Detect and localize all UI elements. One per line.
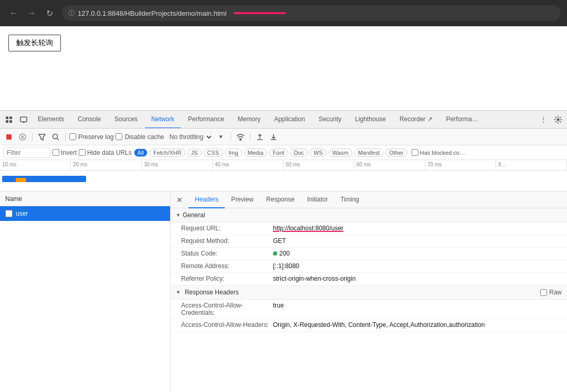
detail-val-status: 200 bbox=[273, 250, 562, 258]
blocked-input[interactable] bbox=[412, 149, 418, 156]
disable-cache-checkbox[interactable]: Disable cache bbox=[116, 133, 164, 141]
hide-data-urls-checkbox[interactable]: Hide data URLs bbox=[79, 149, 132, 156]
forward-button[interactable]: → bbox=[24, 6, 39, 20]
detail-row-allow-credentials: Access-Control-Allow-Credentials: true bbox=[171, 300, 567, 319]
tab-recorder[interactable]: Recorder ↗ bbox=[393, 111, 439, 129]
filter-tag-other[interactable]: Other bbox=[385, 149, 407, 157]
response-headers-section-header[interactable]: ▼ Response Headers Raw bbox=[171, 285, 567, 300]
tick-50ms: 50 ms bbox=[284, 160, 354, 170]
detail-tab-headers[interactable]: Headers bbox=[188, 192, 225, 208]
back-button[interactable]: ← bbox=[6, 6, 21, 20]
all-filter-button[interactable]: All bbox=[134, 149, 148, 157]
detail-val-allow-headers: Origin, X-Requested-With, Content-Type, … bbox=[273, 321, 562, 329]
upload-icon[interactable] bbox=[254, 131, 266, 143]
detail-row-allow-headers: Access-Control-Allow-Headers: Origin, X-… bbox=[171, 319, 567, 332]
filter-tag-ws[interactable]: WS bbox=[310, 149, 327, 157]
tab-security[interactable]: Security bbox=[312, 111, 348, 129]
refresh-button[interactable]: ↻ bbox=[42, 6, 57, 20]
record-button[interactable] bbox=[3, 131, 15, 143]
detail-val-method: GET bbox=[273, 237, 562, 245]
tick-80ms: 8… bbox=[496, 160, 567, 170]
browser-chrome: ← → ↻ ⓘ 127.0.0.1:8848/HBuilderProjects/… bbox=[0, 0, 567, 26]
filter-tag-doc[interactable]: Doc bbox=[290, 149, 308, 157]
preserve-log-checkbox[interactable]: Preserve log bbox=[69, 133, 113, 141]
tab-performance2[interactable]: Performa… bbox=[440, 111, 485, 129]
tab-memory[interactable]: Memory bbox=[232, 111, 267, 129]
filter-tag-wasm[interactable]: Wasm bbox=[329, 149, 352, 157]
address-bar[interactable]: ⓘ 127.0.0.1:8848/HBuilderProjects/demo/m… bbox=[62, 5, 561, 21]
info-icon: ⓘ bbox=[68, 9, 75, 18]
filter-tag-manifest[interactable]: Manifest bbox=[354, 149, 384, 157]
filter-tag-media[interactable]: Media bbox=[244, 149, 267, 157]
main-area: Name user ✕ Headers Preview Response Ini… bbox=[0, 192, 567, 392]
device-icon[interactable] bbox=[17, 113, 30, 126]
svg-rect-0 bbox=[6, 116, 8, 119]
detail-key-remote: Remote Address: bbox=[181, 262, 273, 270]
tab-sources[interactable]: Sources bbox=[108, 111, 144, 129]
trigger-button[interactable]: 触发长轮询 bbox=[8, 35, 61, 51]
tab-elements[interactable]: Elements bbox=[32, 111, 70, 129]
wifi-icon[interactable] bbox=[235, 131, 246, 143]
filter-tag-img[interactable]: Img bbox=[225, 149, 242, 157]
svg-rect-3 bbox=[9, 120, 12, 123]
tab-network[interactable]: Network bbox=[145, 111, 181, 129]
filter-tag-js[interactable]: JS bbox=[187, 149, 202, 157]
timeline-bar: 10 ms 20 ms 30 ms 40 ms 50 ms 60 ms 70 m… bbox=[0, 160, 567, 192]
more-icon[interactable]: ⋮ bbox=[537, 113, 550, 126]
raw-checkbox[interactable]: Raw bbox=[540, 289, 562, 296]
url-text: 127.0.0.1:8848/HBuilderProjects/demo/mai… bbox=[78, 9, 226, 17]
download-icon[interactable] bbox=[268, 131, 279, 143]
settings-icon[interactable] bbox=[551, 113, 565, 126]
separator bbox=[32, 133, 33, 141]
hide-data-urls-label: Hide data URLs bbox=[87, 149, 132, 156]
detail-row-url: Request URL: http://localhost:8080/user bbox=[171, 223, 567, 235]
svg-rect-2 bbox=[6, 120, 8, 123]
blocked-checkbox[interactable]: Has blocked co… bbox=[412, 149, 465, 156]
svg-rect-1 bbox=[9, 116, 12, 119]
detail-row-method: Request Method: GET bbox=[171, 235, 567, 248]
tab-console[interactable]: Console bbox=[71, 111, 107, 129]
disable-cache-input[interactable] bbox=[116, 133, 122, 140]
request-checkbox-user[interactable] bbox=[5, 210, 13, 217]
detail-tab-timing[interactable]: Timing bbox=[334, 192, 365, 208]
general-section-header[interactable]: ▼ General bbox=[171, 208, 567, 223]
timeline-ruler: 10 ms 20 ms 30 ms 40 ms 50 ms 60 ms 70 m… bbox=[0, 160, 567, 171]
filter-tag-font[interactable]: Font bbox=[269, 149, 288, 157]
hide-data-urls-input[interactable] bbox=[79, 149, 86, 156]
preserve-log-input[interactable] bbox=[69, 133, 76, 140]
response-triangle-icon: ▼ bbox=[176, 290, 181, 295]
detail-tab-response[interactable]: Response bbox=[260, 192, 301, 208]
devtools-tabs-bar: Elements Console Sources Network Perform… bbox=[0, 111, 567, 129]
detail-tab-preview[interactable]: Preview bbox=[225, 192, 260, 208]
throttle-select[interactable]: No throttling bbox=[166, 133, 213, 141]
detail-val-url: http://localhost:8080/user bbox=[273, 225, 562, 232]
tab-performance[interactable]: Performance bbox=[182, 111, 230, 129]
raw-label: Raw bbox=[549, 289, 562, 296]
filter-input[interactable] bbox=[3, 147, 50, 158]
filter-tag-fetch-xhr[interactable]: Fetch/XHR bbox=[150, 149, 185, 157]
preserve-log-label: Preserve log bbox=[78, 133, 113, 141]
search-button[interactable] bbox=[50, 131, 61, 143]
detail-close-button[interactable]: ✕ bbox=[174, 194, 185, 206]
detail-row-referrer: Referrer Policy: strict-origin-when-cros… bbox=[171, 273, 567, 285]
invert-checkbox[interactable]: Invert bbox=[52, 149, 77, 156]
invert-input[interactable] bbox=[52, 149, 59, 156]
response-section-left: ▼ Response Headers bbox=[176, 289, 239, 296]
throttle-arrow[interactable]: ▼ bbox=[215, 131, 227, 143]
invert-label: Invert bbox=[61, 149, 77, 156]
tick-40ms: 40 ms bbox=[213, 160, 284, 170]
tick-60ms: 60 ms bbox=[354, 160, 425, 170]
name-panel: Name user bbox=[0, 192, 171, 392]
filter-button[interactable] bbox=[36, 131, 48, 143]
status-dot-icon bbox=[273, 251, 277, 256]
raw-input[interactable] bbox=[540, 289, 547, 296]
tab-application[interactable]: Application bbox=[268, 111, 311, 129]
detail-val-remote: [::1]:8080 bbox=[273, 262, 562, 270]
request-row-user[interactable]: user bbox=[0, 206, 170, 221]
cursor-icon[interactable] bbox=[2, 113, 16, 126]
detail-tab-initiator[interactable]: Initiator bbox=[301, 192, 334, 208]
filter-tag-css[interactable]: CSS bbox=[204, 149, 223, 157]
clear-button[interactable] bbox=[17, 131, 28, 143]
tab-lighthouse[interactable]: Lighthouse bbox=[349, 111, 392, 129]
detail-key-allow-headers: Access-Control-Allow-Headers: bbox=[181, 321, 273, 329]
